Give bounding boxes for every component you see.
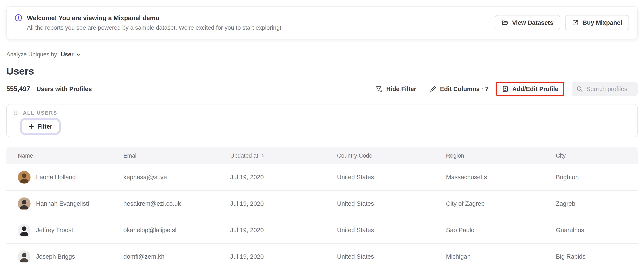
buy-mixpanel-button[interactable]: Buy Mixpanel [565, 15, 629, 30]
user-country-code: United States [337, 174, 446, 181]
funnel-plus-icon [376, 85, 383, 93]
user-region: Michigan [446, 253, 556, 260]
banner-actions: View Datasets Buy Mixpanel [495, 15, 629, 30]
search-profiles-input[interactable] [586, 85, 634, 93]
user-city: Big Rapids [556, 253, 638, 260]
user-name: Jeffrey Troost [36, 227, 73, 234]
avatar [18, 171, 30, 184]
analyze-by-select[interactable]: User [61, 51, 81, 58]
add-filter-button[interactable]: Filter [22, 120, 59, 133]
filter-group-label: ALL USERS [23, 110, 58, 116]
filter-panel: ALL USERS Filter [6, 104, 638, 137]
user-region: City of Zagreb [446, 200, 556, 207]
user-email: okahelop@lalijpe.sl [123, 227, 230, 234]
user-region: Massachusetts [446, 174, 556, 181]
profiles-count-label: Users with Profiles [36, 86, 92, 93]
annotation-highlight-box: Add/Edit Profile [496, 82, 564, 96]
users-table: Name Email Updated at Country Code Regio… [6, 147, 638, 270]
banner-title: Welcome! You are viewing a Mixpanel demo [27, 14, 281, 22]
banner-subtitle: All the reports you see are powered by a… [27, 24, 281, 31]
analyze-by-row: Analyze Uniques by User [6, 51, 638, 58]
user-country-code: United States [337, 200, 446, 207]
table-row[interactable]: Hannah Evangelisti hesakrem@ezi.co.uk Ju… [6, 191, 638, 217]
user-email: hesakrem@ezi.co.uk [123, 200, 230, 207]
column-header-city[interactable]: City [556, 153, 638, 159]
info-circle-icon: i [15, 14, 22, 22]
pencil-icon [430, 85, 437, 93]
user-region: Sao Paulo [446, 227, 556, 234]
user-updated-at: Jul 19, 2020 [230, 253, 337, 260]
svg-text:i: i [18, 16, 19, 20]
plus-icon [28, 123, 34, 129]
hide-filter-button[interactable]: Hide Filter [376, 85, 416, 93]
view-datasets-label: View Datasets [512, 19, 554, 26]
users-page: i Welcome! You are viewing a Mixpanel de… [0, 0, 644, 272]
user-name: Joseph Briggs [36, 253, 75, 260]
user-email: kephesaj@si.ve [123, 174, 230, 181]
profiles-count: 555,497 [6, 85, 30, 93]
table-body: Leona Holland kephesaj@si.ve Jul 19, 202… [6, 164, 638, 270]
buy-mixpanel-label: Buy Mixpanel [582, 19, 622, 26]
user-name-cell: Leona Holland [18, 171, 123, 184]
sort-arrows-icon[interactable] [260, 153, 265, 158]
user-city: Guarulhos [556, 227, 638, 234]
user-name-cell: Hannah Evangelisti [18, 197, 123, 210]
user-updated-at: Jul 19, 2020 [230, 174, 337, 181]
id-badge-icon [502, 85, 509, 93]
edit-columns-button[interactable]: Edit Columns · 7 [430, 85, 488, 93]
page-title: Users [6, 65, 638, 77]
add-filter-label: Filter [37, 123, 52, 130]
user-country-code: United States [337, 253, 446, 260]
table-row[interactable]: Leona Holland kephesaj@si.ve Jul 19, 202… [6, 164, 638, 191]
view-datasets-button[interactable]: View Datasets [495, 15, 560, 30]
column-header-country-code[interactable]: Country Code [337, 153, 446, 159]
avatar [18, 224, 30, 237]
toolbar: Hide Filter Edit Columns · 7 [376, 82, 638, 96]
avatar [18, 197, 30, 210]
chevron-down-icon [76, 52, 81, 57]
external-link-icon [572, 19, 579, 26]
add-edit-profile-button[interactable]: Add/Edit Profile [502, 85, 558, 93]
user-name: Hannah Evangelisti [36, 200, 89, 207]
edit-columns-label: Edit Columns · 7 [440, 86, 488, 93]
column-header-email[interactable]: Email [123, 153, 230, 159]
drag-handle-icon[interactable] [14, 110, 18, 116]
user-name-cell: Jeffrey Troost [18, 224, 123, 237]
column-header-region[interactable]: Region [446, 153, 556, 159]
search-profiles-box[interactable] [572, 82, 638, 96]
analyze-by-label: Analyze Uniques by [6, 51, 57, 58]
folder-icon [502, 19, 508, 26]
user-city: Brighton [556, 174, 638, 181]
column-header-name[interactable]: Name [18, 153, 123, 159]
user-city: Zagreb [556, 200, 638, 207]
user-country-code: United States [337, 227, 446, 234]
table-header: Name Email Updated at Country Code Regio… [6, 147, 638, 164]
user-name-cell: Joseph Briggs [18, 250, 123, 263]
user-updated-at: Jul 19, 2020 [230, 200, 337, 207]
user-updated-at: Jul 19, 2020 [230, 227, 337, 234]
add-edit-profile-label: Add/Edit Profile [512, 86, 558, 93]
column-header-updated-at[interactable]: Updated at [230, 153, 337, 159]
analyze-by-value: User [61, 51, 74, 58]
count-toolbar: 555,497 Users with Profiles Hide Filter [6, 82, 638, 96]
search-icon [576, 86, 583, 92]
hide-filter-label: Hide Filter [386, 86, 416, 93]
user-name: Leona Holland [36, 174, 76, 181]
user-email: domfi@zem.kh [123, 253, 230, 260]
welcome-banner: i Welcome! You are viewing a Mixpanel de… [6, 6, 638, 39]
avatar [18, 250, 30, 263]
table-row[interactable]: Joseph Briggs domfi@zem.kh Jul 19, 2020 … [6, 244, 638, 270]
table-row[interactable]: Jeffrey Troost okahelop@lalijpe.sl Jul 1… [6, 217, 638, 244]
banner-message: i Welcome! You are viewing a Mixpanel de… [15, 14, 281, 31]
